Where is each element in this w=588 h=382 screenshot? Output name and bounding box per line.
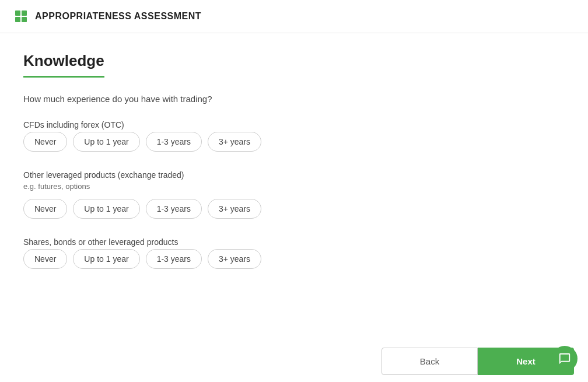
svg-rect-2 <box>15 17 20 22</box>
category-label-cfds: CFDs including forex (OTC) <box>23 120 565 129</box>
option-upto1-leveraged[interactable]: Up to 1 year <box>73 199 139 219</box>
footer: Back Next <box>0 341 588 382</box>
option-3plus-shares[interactable]: 3+ years <box>208 249 261 269</box>
header: APPROPRIATENESS ASSESSMENT <box>0 0 588 33</box>
category-block-shares: Shares, bonds or other leveraged product… <box>23 237 565 269</box>
options-row-shares: Never Up to 1 year 1-3 years 3+ years <box>23 249 565 269</box>
option-1to3-leveraged[interactable]: 1-3 years <box>146 199 202 219</box>
option-3plus-leveraged[interactable]: 3+ years <box>208 199 261 219</box>
svg-rect-0 <box>15 10 20 16</box>
option-never-leveraged[interactable]: Never <box>23 199 67 219</box>
option-1to3-shares[interactable]: 1-3 years <box>146 249 202 269</box>
back-button[interactable]: Back <box>382 348 478 375</box>
options-row-cfds: Never Up to 1 year 1-3 years 3+ years <box>23 132 565 152</box>
category-label-shares: Shares, bonds or other leveraged product… <box>23 237 565 247</box>
category-label-leveraged: Other leveraged products (exchange trade… <box>23 170 565 180</box>
option-never-shares[interactable]: Never <box>23 249 67 269</box>
chat-bubble[interactable] <box>552 346 578 372</box>
options-row-leveraged: Never Up to 1 year 1-3 years 3+ years <box>23 199 565 219</box>
category-sublabel-leveraged: e.g. futures, options <box>23 182 565 191</box>
option-upto1-cfds[interactable]: Up to 1 year <box>73 132 139 152</box>
option-never-cfds[interactable]: Never <box>23 132 67 152</box>
question-text: How much experience do you have with tra… <box>23 94 565 104</box>
grid-icon <box>14 9 28 23</box>
section-title: Knowledge <box>23 52 104 78</box>
svg-rect-3 <box>22 17 27 22</box>
option-upto1-shares[interactable]: Up to 1 year <box>73 249 139 269</box>
option-3plus-cfds[interactable]: 3+ years <box>208 132 261 152</box>
category-block-leveraged: Other leveraged products (exchange trade… <box>23 170 565 219</box>
chat-icon <box>558 352 571 365</box>
header-title: APPROPRIATENESS ASSESSMENT <box>35 11 201 22</box>
option-1to3-cfds[interactable]: 1-3 years <box>146 132 202 152</box>
main-content: Knowledge How much experience do you hav… <box>0 33 588 306</box>
svg-rect-1 <box>22 10 27 16</box>
category-block-cfds: CFDs including forex (OTC) Never Up to 1… <box>23 120 565 152</box>
